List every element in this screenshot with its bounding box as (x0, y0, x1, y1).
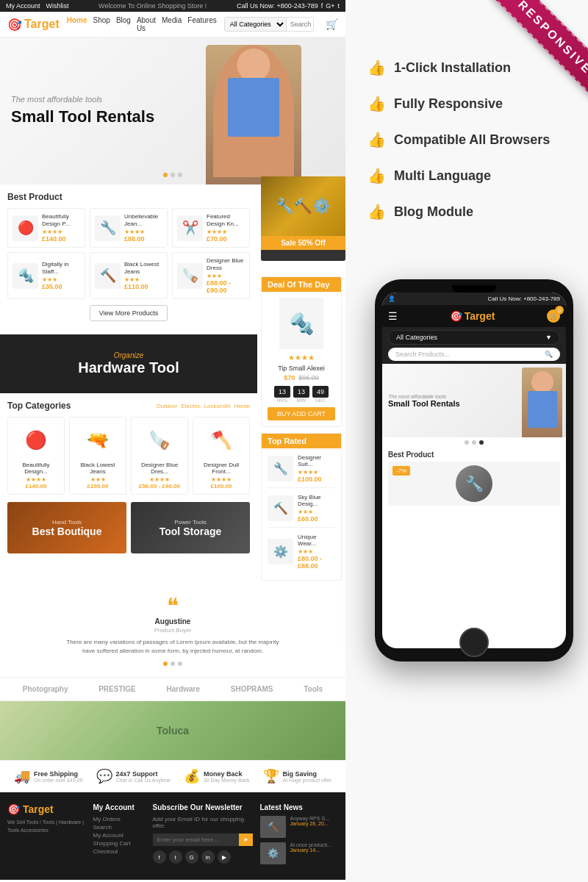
footer-news-title: Latest News (260, 803, 339, 811)
footer-link-checkout[interactable]: Checkout (93, 848, 146, 855)
hero-carousel-dots (163, 173, 182, 177)
testimonial-dot-3[interactable] (178, 662, 182, 666)
view-more-button[interactable]: View More Products (90, 305, 168, 321)
social-twitter-icon[interactable]: t (169, 850, 182, 864)
deal-old-price: $96.00 (298, 374, 319, 381)
cat-img-1: 🔴 (14, 422, 58, 459)
phone-user-icon: 👤 (388, 295, 395, 302)
testimonial-dots (7, 662, 338, 666)
phone-notch (452, 285, 496, 293)
product-price-5: £110.00 (124, 283, 162, 290)
social-google-icon[interactable]: G (185, 850, 198, 864)
search-input[interactable] (287, 18, 314, 30)
phone-search-input[interactable]: Search Products... 🔍 (388, 348, 560, 361)
feature-free-shipping: 🚚 Free Shipping On order over £49.00 (14, 768, 83, 784)
feature-support-desc: Chat or Call Us Anytime (116, 778, 171, 783)
person-body (228, 78, 279, 137)
list-item: 🔨 Sky Blue Desig... ★★★ £60.00 (268, 494, 335, 528)
social-youtube-icon[interactable]: ▶ (218, 850, 231, 864)
logo[interactable]: 🎯 Target (7, 18, 60, 32)
deal-buy-button[interactable]: BUY ADD CART (268, 407, 335, 420)
testimonial-dot-2[interactable] (171, 662, 175, 666)
social-f[interactable]: f (321, 2, 323, 10)
boutique-power-subtitle: Power Tools (174, 519, 206, 526)
category-select[interactable]: All Categories (225, 18, 287, 31)
footer-email-input[interactable] (153, 833, 239, 846)
list-item[interactable]: 🪚 Designer Blue Dres... ★★★★ £56.00 - £9… (131, 417, 188, 495)
person-figure (213, 45, 294, 177)
my-account-link[interactable]: My Account (6, 2, 40, 10)
feature-icon-1: 👍 (368, 59, 385, 76)
list-item[interactable]: 🔴 Beautifully Design... ★★★★ £140.00 (7, 417, 65, 495)
cart-icon[interactable]: 🛒 (326, 18, 338, 30)
testimonial-dot-1[interactable] (163, 662, 168, 666)
cat-tab-home[interactable]: Home (234, 403, 250, 409)
nav-media[interactable]: Media (162, 16, 182, 32)
topbar: My Account Wishlist Welcome To Online Sh… (0, 0, 345, 12)
list-item: 🔧 Designer Suit... ★★★★ £100.00 (268, 454, 335, 488)
brand-hardware: Hardware (166, 685, 200, 693)
boutique-power-tools[interactable]: Power Tools Tool Storage (131, 502, 250, 553)
product-stars-1: ★★★★ (42, 229, 80, 235)
deal-stars: ★★★★ (268, 354, 335, 362)
deal-price-row: $70 $96.00 (268, 374, 335, 381)
product-stars-4: ★★★ (42, 276, 80, 283)
phone-menu-icon[interactable]: ☰ (388, 310, 398, 322)
feature-big-saving: 🏆 Big Saving At Huge product offer (263, 768, 331, 784)
boutique-hand-tools[interactable]: Hand Tools Best Boutique (7, 502, 126, 553)
hero-dot-2[interactable] (171, 173, 175, 177)
social-t[interactable]: t (337, 2, 340, 10)
list-item[interactable]: 🪓 Designer Dull Front... ★★★★ £100.00 (193, 417, 250, 495)
feature-shipping-text: Free Shipping On order over £49.00 (34, 770, 83, 783)
list-item: ⚙️ At once producti... January 14... (260, 842, 339, 864)
hero-text: The most affordable tools Small Tool Ren… (11, 95, 154, 126)
product-thumb-6: 🪚 (177, 263, 203, 289)
phone-dot-3[interactable] (479, 440, 484, 445)
cat-tab-outdoor[interactable]: Outdoor (157, 403, 178, 409)
product-info-5: Black Lowest Jeans ★★★ £110.00 (124, 261, 162, 290)
list-item[interactable]: 🔫 Black Lowest Jeans ★★★ £190.00 (69, 417, 126, 495)
feature-shipping-desc: On order over £49.00 (34, 778, 83, 783)
nav-shop[interactable]: Shop (93, 16, 110, 32)
phone-cart-wrapper: 🛒 0 (547, 309, 560, 323)
hero-dot-3[interactable] (178, 173, 182, 177)
hero-subtitle: The most affordable tools (11, 95, 154, 104)
footer-link-search[interactable]: Search (93, 824, 146, 831)
hero-dot-1[interactable] (163, 173, 168, 177)
footer-link-cart[interactable]: Shopping Cart (93, 840, 146, 847)
footer-newsletter: Subscribe Our Newsletter Add your Email … (153, 803, 253, 869)
nav-features[interactable]: Features (187, 16, 216, 32)
phone-dot-2[interactable] (472, 440, 476, 445)
social-facebook-icon[interactable]: f (153, 850, 166, 864)
testimonial-section: ❝ Augustine Product Buyer There are many… (0, 584, 345, 677)
phone-number: Call Us Now: +800-243-789 (237, 2, 318, 10)
feature-money-text: Money Back 30 Day Money Back (204, 770, 250, 783)
footer-link-orders[interactable]: My Orders (93, 816, 146, 822)
nav-home[interactable]: Home (67, 16, 87, 32)
product-name-6: Designer Blue Dress (207, 257, 245, 271)
news-date-1: January 28, 20... (290, 821, 330, 826)
phone-search-bar: All Categories ▼ Search Products... 🔍 (382, 327, 566, 364)
cat-tab-electric[interactable]: Electric (181, 403, 200, 409)
cat-tab-locksmith[interactable]: Locksmith (204, 403, 231, 409)
feature-icon-5: 👍 (368, 203, 385, 220)
product-name-3: Featured Design Kn... (207, 213, 245, 227)
wishlist-link[interactable]: Wishlist (46, 2, 69, 10)
social-linkedin-icon[interactable]: in (201, 850, 215, 864)
feature-support-title: 24x7 Support (116, 770, 171, 778)
footer-subscribe-button[interactable]: ➤ (239, 833, 253, 846)
nav-about[interactable]: About Us (137, 16, 156, 32)
phone-mockup: 👤 Call Us Now: +800-243-789 ☰ 🎯 Target 🛒… (375, 279, 573, 662)
cat-name-1: Beautifully Design... (12, 462, 60, 475)
phone-hero-title: Small Tool Rentals (388, 399, 460, 408)
phone-category-select[interactable]: All Categories ▼ (388, 330, 560, 345)
testimonial-role: Product Buyer (7, 627, 338, 634)
nav-blog[interactable]: Blog (116, 16, 131, 32)
phone-dot-1[interactable] (465, 440, 469, 445)
social-g[interactable]: G+ (326, 2, 334, 10)
products-main: Best Product 🔴 Beautifully Design P... ★… (0, 184, 257, 584)
footer: 🎯 Target We Sell Tools ! Tools | Hardwar… (0, 792, 345, 880)
product-info-6: Designer Blue Dress ★★★ £88.00 - £90.00 (207, 257, 245, 294)
phone-logo-text: Target (465, 310, 495, 322)
footer-link-account[interactable]: My Account (93, 832, 146, 839)
